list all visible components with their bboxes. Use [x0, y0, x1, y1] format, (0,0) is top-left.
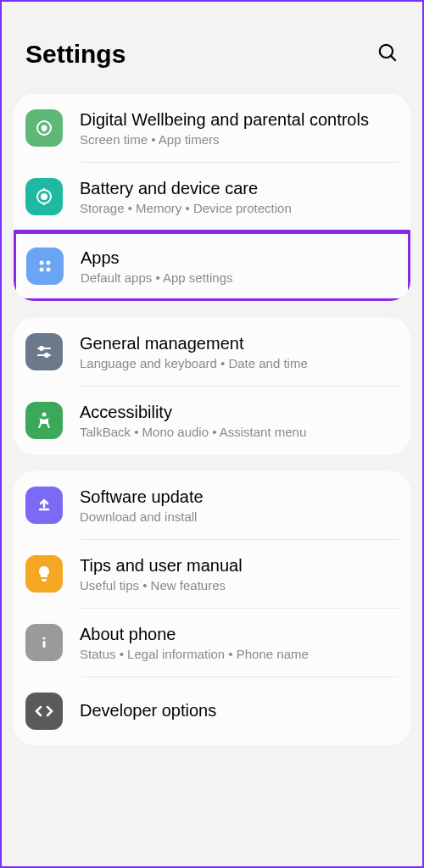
accessibility-icon — [25, 402, 63, 439]
svg-point-7 — [40, 268, 44, 272]
item-title: Developer options — [80, 700, 399, 721]
wellbeing-icon — [25, 109, 63, 147]
settings-sliders-icon — [25, 333, 63, 370]
svg-point-6 — [47, 261, 51, 265]
item-title: About phone — [80, 624, 399, 645]
item-software-update[interactable]: Software update Download and install — [14, 471, 410, 539]
item-sub: Screen time • App timers — [80, 132, 399, 147]
header: Settings — [2, 2, 422, 94]
svg-point-8 — [47, 268, 51, 272]
item-general-management[interactable]: General management Language and keyboard… — [14, 318, 410, 386]
item-sub: Download and install — [80, 509, 399, 524]
item-about-phone[interactable]: About phone Status • Legal information •… — [14, 609, 410, 676]
item-title: Software update — [80, 487, 399, 508]
settings-group: Digital Wellbeing and parental controls … — [14, 94, 410, 301]
item-sub: Useful tips • New features — [80, 578, 399, 593]
item-sub: Storage • Memory • Device protection — [80, 201, 399, 215]
svg-point-13 — [42, 413, 47, 417]
apps-icon — [26, 248, 64, 285]
item-accessibility[interactable]: Accessibility TalkBack • Mono audio • As… — [14, 387, 410, 454]
item-battery-device-care[interactable]: Battery and device care Storage • Memory… — [14, 163, 410, 231]
item-digital-wellbeing[interactable]: Digital Wellbeing and parental controls … — [14, 94, 410, 162]
settings-group: General management Language and keyboard… — [14, 318, 410, 454]
item-title: Digital Wellbeing and parental controls — [80, 109, 399, 131]
page-title: Settings — [25, 40, 126, 69]
item-developer-options[interactable]: Developer options — [14, 677, 410, 745]
svg-point-12 — [45, 353, 48, 357]
code-icon — [25, 693, 63, 730]
info-icon — [25, 624, 63, 661]
svg-point-10 — [40, 347, 43, 350]
settings-group: Software update Download and install Tip… — [14, 471, 410, 745]
item-title: General management — [80, 333, 399, 354]
svg-point-15 — [43, 637, 46, 640]
svg-point-5 — [40, 261, 44, 265]
search-button[interactable] — [377, 42, 399, 67]
svg-point-4 — [42, 194, 47, 199]
search-icon — [377, 42, 399, 64]
lightbulb-icon — [25, 555, 63, 593]
update-icon — [25, 487, 63, 524]
item-sub: Default apps • App settings — [81, 270, 398, 285]
item-title: Tips and user manual — [80, 555, 399, 576]
svg-point-0 — [380, 45, 393, 58]
battery-icon — [25, 178, 63, 215]
item-apps[interactable]: Apps Default apps • App settings — [14, 230, 410, 301]
svg-rect-16 — [43, 641, 46, 648]
item-tips[interactable]: Tips and user manual Useful tips • New f… — [14, 540, 410, 608]
item-sub: Language and keyboard • Date and time — [80, 356, 399, 370]
item-sub: Status • Legal information • Phone name — [80, 647, 399, 661]
item-title: Battery and device care — [80, 178, 399, 199]
item-sub: TalkBack • Mono audio • Assistant menu — [80, 425, 399, 439]
item-title: Accessibility — [80, 402, 399, 423]
item-title: Apps — [81, 248, 398, 269]
svg-line-1 — [391, 56, 396, 61]
